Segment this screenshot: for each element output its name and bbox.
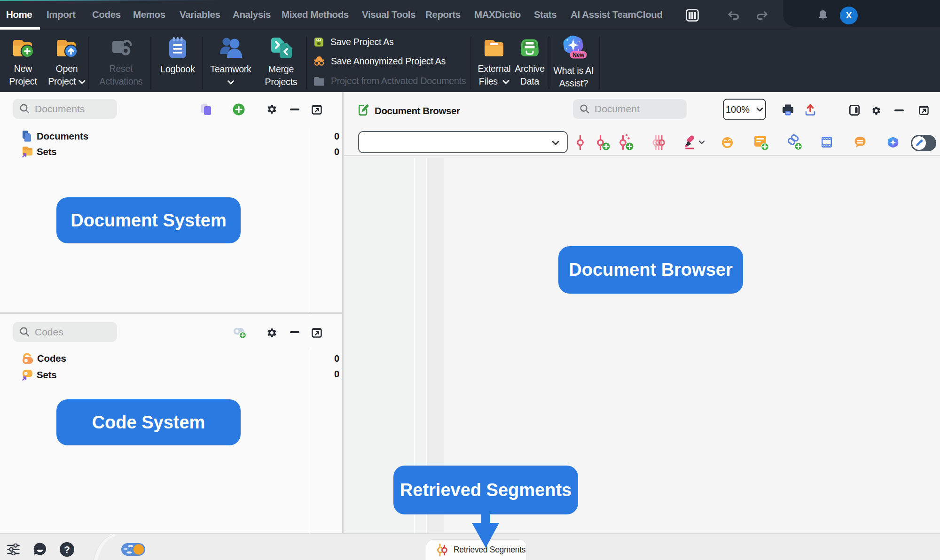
svg-text:New: New [572, 52, 584, 58]
svg-text:?: ? [64, 544, 70, 555]
